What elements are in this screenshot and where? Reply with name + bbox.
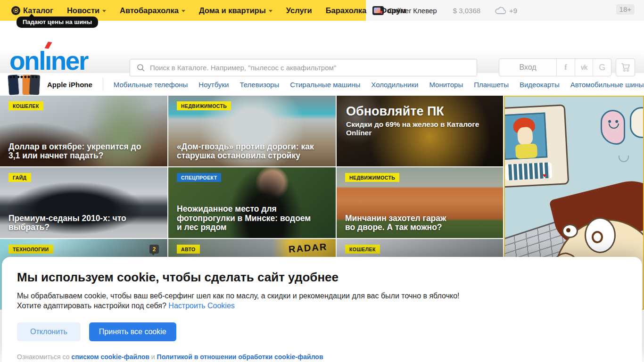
cookie-title: Мы используем cookie, чтобы сделать сайт… xyxy=(17,270,627,285)
weather-widget[interactable]: +9 xyxy=(495,6,517,15)
phone-graphic xyxy=(29,74,40,95)
nav-item-realty[interactable]: Дома и квартиры xyxy=(199,6,272,15)
cart-icon xyxy=(620,63,631,72)
cat-link-gpu[interactable]: Видеокарты xyxy=(520,81,560,89)
cookie-banner: Мы используем cookie, чтобы сделать сайт… xyxy=(2,257,642,362)
tile-headline: Премиум-седаны 2010-х: что выбрать? xyxy=(8,214,167,232)
nav-label: Автобарахолка xyxy=(120,6,179,15)
tile-headline: Неожиданное место для фотопрогулки в Мин… xyxy=(177,205,317,232)
ghost-emoji-graphic xyxy=(601,110,625,145)
boy-eye-graphic xyxy=(585,217,616,253)
chevron-down-icon xyxy=(182,10,185,12)
tile-headline: «Дом-гвоздь» против дороги: как старушка… xyxy=(177,142,326,161)
cloud-icon xyxy=(495,6,507,15)
news-tile-house[interactable]: НЕДВИЖИМОСТЬ «Дом-гвоздь» против дороги:… xyxy=(168,96,336,166)
nav-label: Услуги xyxy=(286,6,312,15)
news-tile-dollar[interactable]: КОШЕЛЕК Доллар в октябре: укрепится до 3… xyxy=(0,96,167,166)
catalog-nav: Apple iPhone Мобильные телефоны Ноутбуки… xyxy=(0,73,644,96)
monitor-graphic: ♥ xyxy=(504,104,569,188)
onliner-logo[interactable]: onlıner xyxy=(9,48,88,74)
cookie-buttons: Отклонить Принять все cookie xyxy=(17,322,627,341)
rubric-badge: НЕДВИЖИМОСТЬ xyxy=(345,173,399,182)
search-input[interactable] xyxy=(150,64,477,72)
chevron-down-icon xyxy=(102,10,106,12)
heart-icon: ♥ xyxy=(543,172,546,179)
age-badge: 18+ xyxy=(616,4,635,15)
rubric-badge: НЕДВИЖИМОСТЬ xyxy=(177,101,231,110)
cat-link-washers[interactable]: Стиральные машины xyxy=(290,81,360,89)
rubric-badge: ТЕХНОЛОГИИ xyxy=(8,245,53,254)
topbar-widgets: Onlíner Клевер $ 3,0368 +9 18+ xyxy=(366,0,644,21)
accept-cookies-button[interactable]: Принять все cookie xyxy=(89,322,176,341)
vk-icon[interactable]: vk xyxy=(575,59,593,76)
clever-widget-label[interactable]: Onlíner Клевер xyxy=(388,7,437,15)
cookie-text-line1: Мы обрабатываем cookie, чтобы ваш веб-се… xyxy=(17,291,627,301)
nav-item-services[interactable]: Услуги xyxy=(286,6,312,15)
temperature-value: +9 xyxy=(509,7,517,15)
boy-eye-graphic xyxy=(562,224,578,238)
tile-headline: Минчанин захотел гараж во дворе. А так м… xyxy=(345,214,456,232)
cookie-policy-link[interactable]: Политикой в отношении обработки cookie-ф… xyxy=(157,353,323,361)
nav-label: Каталог xyxy=(23,6,53,15)
google-icon[interactable]: G xyxy=(593,59,611,76)
nav-item-autobaraholka[interactable]: Автобарахолка xyxy=(120,6,185,15)
cat-link-tv[interactable]: Телевизоры xyxy=(239,81,279,89)
comments-count-badge[interactable]: 2 xyxy=(149,245,159,254)
girl-face-graphic xyxy=(517,127,533,146)
logo-text: ner xyxy=(51,46,88,75)
cookie-question: Хотите адаптировать настройки под себя? xyxy=(17,302,166,310)
iphone-promo-image[interactable] xyxy=(8,74,40,95)
site-header: onlıner Вход f vk G xyxy=(0,21,644,73)
cookie-text-line2: Хотите адаптировать настройки под себя? … xyxy=(17,301,627,311)
rubric-badge: КОШЕЛЕК xyxy=(8,101,43,110)
phone-graphic xyxy=(8,74,19,95)
news-tile-garage[interactable]: НЕДВИЖИМОСТЬ Минчанин захотел гараж во д… xyxy=(337,167,503,238)
cat-link-monitors[interactable]: Мониторы xyxy=(429,81,463,89)
rubric-badge: СПЕЦПРОЕКТ xyxy=(177,173,221,182)
cart-button[interactable] xyxy=(616,58,635,76)
catalog-lens-icon xyxy=(11,6,20,15)
news-tile-photowalk[interactable]: СПЕЦПРОЕКТ Неожиданное место для фотопро… xyxy=(168,167,336,238)
promo-title: Обновляйте ПК xyxy=(346,104,444,119)
rubric-badge: КОШЕЛЕК xyxy=(345,245,380,254)
cat-link-laptops[interactable]: Ноутбуки xyxy=(198,81,229,89)
search-icon xyxy=(137,64,145,72)
catalog-search xyxy=(130,59,477,76)
divider xyxy=(103,78,103,91)
login-button[interactable]: Вход xyxy=(499,59,556,76)
category-links: Мобильные телефоны Ноутбуки Телевизоры С… xyxy=(114,81,644,89)
nav-label: Дома и квартиры xyxy=(199,6,266,15)
radar-sign-text: RADAR xyxy=(288,241,328,255)
cookie-footer: Ознакомиться со списком cookie-файлов и … xyxy=(17,353,627,361)
login-group: Вход f vk G xyxy=(499,58,611,76)
cookie-footer-text: и xyxy=(151,353,155,361)
promo-link-apple-iphone[interactable]: Apple iPhone xyxy=(47,81,92,89)
promo-tile-pc[interactable]: Обновляйте ПК Скидки до 69% на железо в … xyxy=(337,96,503,166)
screen-graphic xyxy=(504,112,547,160)
rubric-badge: ГАЙД xyxy=(8,173,31,182)
tile-headline: Доллар в октябре: укрепится до 3,1 или н… xyxy=(8,142,144,161)
tires-tooltip: Падают цены на шины xyxy=(17,16,98,28)
news-tile-sedans[interactable]: ГАЙД Премиум-седаны 2010-х: что выбрать? xyxy=(0,167,167,238)
cookie-settings-link[interactable]: Настроить Cookies xyxy=(168,302,234,310)
top-bar: Каталог Новости Автобарахолка Дома и ква… xyxy=(0,0,644,21)
cat-link-fridges[interactable]: Холодильники xyxy=(371,81,418,89)
nav-item-baraholka[interactable]: Барахолка xyxy=(326,6,367,15)
clever-tv-icon xyxy=(372,6,384,15)
logo-i-accent: ı xyxy=(45,46,51,75)
smile-doodle xyxy=(619,156,629,162)
decline-cookies-button[interactable]: Отклонить xyxy=(17,322,81,341)
logo-text: onl xyxy=(9,46,45,75)
nav-item-news[interactable]: Новости xyxy=(67,6,106,15)
ghost-graphic xyxy=(630,107,644,138)
cookie-list-link[interactable]: списком cookie-файлов xyxy=(71,353,149,361)
facebook-icon[interactable]: f xyxy=(556,59,575,76)
cat-link-tires[interactable]: Автомобильные шины xyxy=(570,81,644,89)
girl-shirt-graphic xyxy=(515,143,538,158)
cat-link-phones[interactable]: Мобильные телефоны xyxy=(114,81,188,89)
currency-rate[interactable]: $ 3,0368 xyxy=(453,7,480,15)
nav-label: Новости xyxy=(67,6,99,15)
promo-subtitle: Скидки до 69% на железо в Каталоге Onlín… xyxy=(346,120,503,137)
cookie-footer-text: Ознакомиться со xyxy=(17,353,69,361)
cat-link-tablets[interactable]: Планшеты xyxy=(474,81,509,89)
